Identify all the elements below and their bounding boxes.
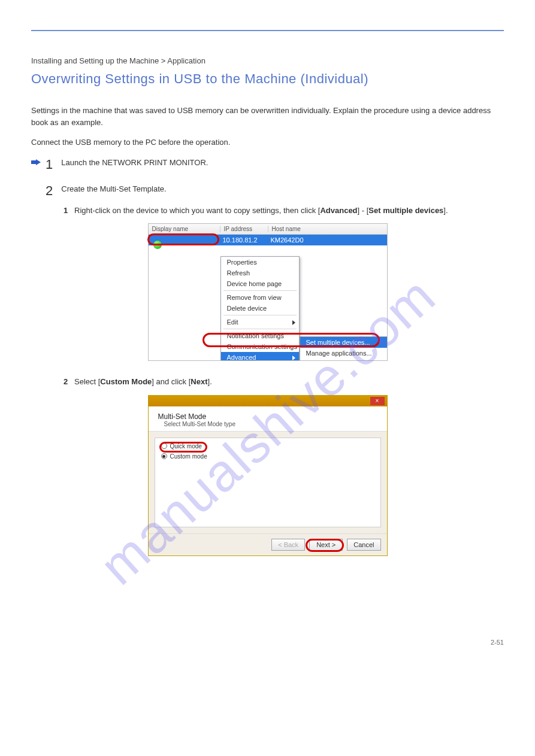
breadcrumb: Installing and Setting up the Machine > … (31, 56, 504, 65)
figure-context-menu: Display name IP address Host name 10.180… (148, 223, 388, 361)
substep-2: 2 Select [Custom Mode] and click [Next]. (64, 376, 504, 388)
context-menu: Properties Refresh Device home page Remo… (220, 256, 300, 360)
step-1-number: 1 (46, 157, 53, 172)
step-2: 2 Create the Multi-Set Template. (31, 183, 504, 199)
ctx-delete-device[interactable]: Delete device (221, 303, 299, 314)
figure-wizard-dialog: × Multi-Set Mode Select Multi-Set Mode t… (148, 395, 388, 556)
ctx-communication-settings[interactable]: Communication settings (221, 341, 299, 352)
ctx-properties[interactable]: Properties (221, 257, 299, 268)
substep-2-num: 2 (64, 376, 74, 388)
ctx-device-home-page[interactable]: Device home page (221, 278, 299, 289)
col-host-name: Host name (268, 226, 387, 232)
chevron-right-icon (292, 320, 295, 325)
substep-1-text: Right-click on the device to which you w… (74, 205, 448, 217)
ctx-separator (223, 329, 297, 329)
next-button[interactable]: Next > (309, 539, 343, 551)
ctx-manage-applications[interactable]: Manage applications... (300, 348, 387, 359)
dialog-title: Multi-Set Mode (158, 412, 377, 421)
back-button[interactable]: < Back (271, 539, 305, 551)
ctx-manage-optional-functions[interactable]: Manage optional functions... (300, 359, 387, 360)
status-online-icon (153, 241, 162, 249)
cancel-button[interactable]: Cancel (347, 539, 380, 551)
page-footer: 2-51 (31, 634, 504, 646)
dialog-header: Multi-Set Mode Select Multi-Set Mode typ… (149, 406, 387, 432)
dialog-content-panel: Quick mode Custom mode (155, 438, 381, 527)
ctx-refresh[interactable]: Refresh (221, 268, 299, 278)
ctx-edit[interactable]: Edit (221, 317, 299, 327)
device-row-selected[interactable]: 10.180.81.2 KM2642D0 (149, 235, 387, 245)
dialog-subtitle: Select Multi-Set Mode type (158, 421, 377, 427)
close-button[interactable]: × (370, 397, 385, 405)
device-table-header: Display name IP address Host name (149, 224, 387, 235)
step-2-text: Create the Multi-Set Template. (61, 183, 166, 195)
step-1-text: Launch the NETWORK PRINT MONITOR. (61, 157, 208, 169)
radio-quick-label: Quick mode (170, 443, 202, 450)
ctx-separator (223, 315, 297, 315)
advanced-submenu: Set multiple devices... Manage applicati… (300, 336, 387, 360)
ctx-notification-settings[interactable]: Notification settings (221, 330, 299, 341)
step-2-number: 2 (46, 183, 53, 199)
device-host: KM2642D0 (268, 236, 387, 244)
note-paragraph: Connect the USB memory to the PC before … (31, 136, 504, 148)
right-arrow-icon (31, 159, 41, 165)
chevron-right-icon (292, 356, 295, 360)
radio-custom-mode[interactable]: Custom mode (161, 453, 374, 460)
ctx-advanced[interactable]: Advanced (221, 352, 299, 360)
section-title: Overwriting Settings in USB to the Machi… (31, 71, 504, 87)
radio-custom-label: Custom mode (170, 453, 207, 460)
page-number: 2-51 (491, 639, 504, 646)
svg-marker-0 (31, 159, 41, 165)
col-ip-address: IP address (220, 226, 268, 232)
substep-2-text: Select [Custom Mode] and click [Next]. (74, 376, 212, 388)
col-display-name: Display name (149, 226, 220, 232)
dialog-titlebar: × (149, 396, 387, 406)
ctx-separator (223, 290, 297, 291)
step-1: 1 Launch the NETWORK PRINT MONITOR. (31, 157, 504, 172)
substep-1: 1 Right-click on the device to which you… (64, 205, 504, 217)
radio-icon (161, 453, 167, 459)
substep-1-num: 1 (64, 205, 74, 217)
intro-paragraph: Settings in the machine that was saved t… (31, 105, 504, 128)
page-top-rule (31, 30, 504, 31)
ctx-set-multiple-devices[interactable]: Set multiple devices... (300, 337, 387, 348)
ctx-remove-from-view[interactable]: Remove from view (221, 292, 299, 303)
device-ip: 10.180.81.2 (220, 236, 268, 244)
dialog-button-row: < Back Next > Cancel (149, 533, 387, 555)
radio-quick-mode[interactable]: Quick mode (161, 443, 374, 450)
radio-icon (161, 443, 167, 449)
